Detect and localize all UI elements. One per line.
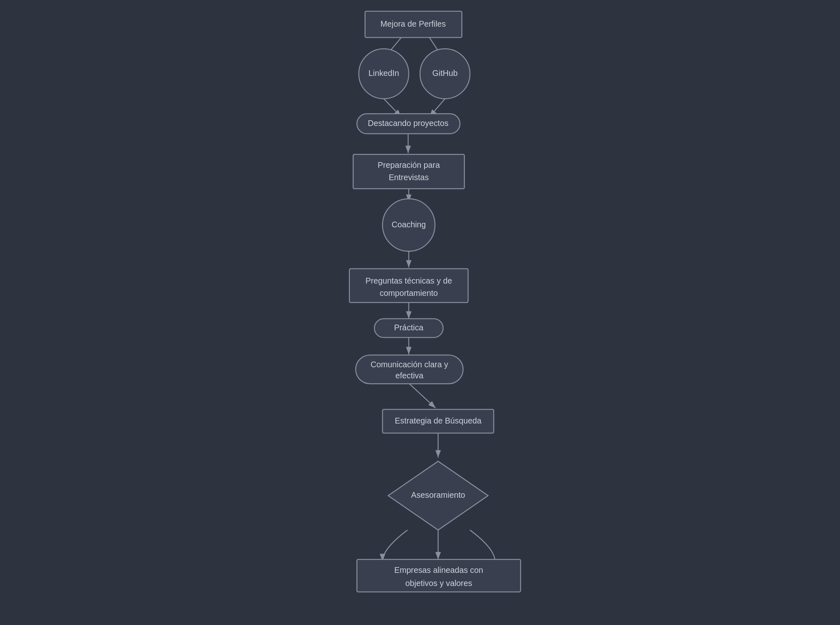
node-preparacion: Preparación para Entrevistas (353, 154, 464, 189)
node-destacando: Destacando proyectos (357, 114, 460, 134)
node-mejora: Mejora de Perfiles (365, 11, 462, 37)
label-mejora: Mejora de Perfiles (381, 19, 446, 28)
node-linkedin: LinkedIn (359, 49, 409, 99)
label-preparacion-2: Entrevistas (389, 173, 429, 182)
node-preguntas: Preguntas técnicas y de comportamiento (349, 269, 468, 302)
label-practica: Práctica (394, 323, 423, 332)
svg-line-19 (409, 384, 436, 408)
label-coaching: Coaching (392, 220, 426, 229)
node-practica: Práctica (374, 319, 443, 338)
label-preguntas-1: Preguntas técnicas y de (365, 276, 452, 285)
node-comunicacion: Comunicación clara y efectiva (356, 355, 463, 384)
node-empresas: Empresas alineadas con objetivos y valor… (357, 559, 520, 592)
node-asesoramiento: Asesoramiento (388, 461, 488, 530)
label-destacando: Destacando proyectos (368, 119, 449, 128)
svg-rect-10 (353, 154, 464, 189)
label-github: GitHub (432, 69, 458, 78)
label-preguntas-2: comportamiento (380, 288, 438, 298)
node-github: GitHub (420, 49, 470, 99)
node-coaching: Coaching (383, 199, 435, 251)
label-linkedin: LinkedIn (368, 69, 399, 78)
label-empresas-2: objetivos y valores (405, 579, 472, 588)
label-asesoramiento: Asesoramiento (411, 490, 465, 499)
label-preparacion-1: Preparación para (378, 160, 440, 169)
diagram-container: Mejora de Perfiles LinkedIn GitHub Desta… (0, 0, 840, 625)
label-comunicacion-1: Comunicación clara y (371, 360, 448, 369)
node-estrategia: Estrategia de Búsqueda (383, 410, 494, 433)
label-comunicacion-2: efectiva (395, 371, 423, 380)
label-empresas-1: Empresas alineadas con (394, 565, 483, 575)
label-estrategia: Estrategia de Búsqueda (395, 416, 482, 425)
